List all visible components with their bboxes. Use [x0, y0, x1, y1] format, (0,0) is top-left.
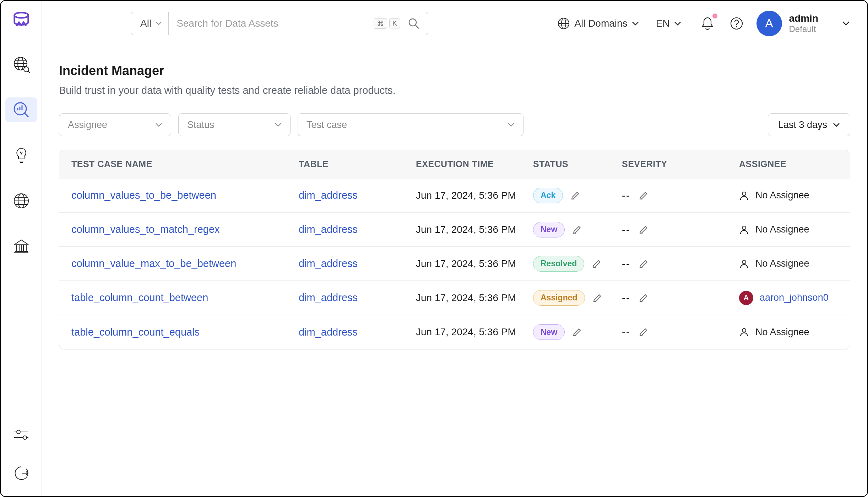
edit-severity-button[interactable] — [639, 293, 650, 303]
edit-status-button[interactable] — [573, 224, 583, 235]
nav-domains[interactable] — [5, 188, 37, 213]
filter-status[interactable]: Status — [178, 113, 291, 136]
top-header: All ⌘ K All Domains — [42, 1, 867, 46]
col-header-table: TABLE — [299, 159, 416, 169]
time-range-picker[interactable]: Last 3 days — [768, 113, 850, 136]
svg-point-3 — [24, 67, 29, 72]
nav-logout[interactable] — [5, 464, 37, 482]
svg-point-0 — [14, 12, 28, 18]
nav-governance[interactable] — [5, 234, 37, 259]
assignee-avatar: A — [739, 291, 753, 305]
svg-point-7 — [17, 430, 20, 434]
testcase-link[interactable]: column_values_to_match_regex — [71, 224, 220, 235]
edit-severity-button[interactable] — [639, 190, 650, 201]
edit-status-button[interactable] — [571, 190, 581, 201]
no-assignee-label: No Assignee — [755, 224, 809, 235]
magnifier-chart-icon — [13, 101, 30, 118]
globe-search-icon — [13, 56, 30, 73]
table-row: column_values_to_match_regexdim_addressJ… — [59, 213, 850, 247]
no-assignee-label: No Assignee — [755, 258, 809, 269]
col-header-name: TEST CASE NAME — [71, 159, 299, 169]
chevron-down-icon — [674, 21, 681, 26]
search-button[interactable] — [405, 17, 422, 30]
edit-severity-button[interactable] — [639, 327, 650, 337]
chevron-down-icon — [508, 122, 515, 127]
testcase-link[interactable]: column_values_to_be_between — [71, 189, 216, 201]
exec-time: Jun 17, 2024, 5:36 PM — [416, 258, 516, 269]
page-body: Incident Manager Build trust in your dat… — [42, 46, 867, 367]
search-input[interactable] — [169, 18, 374, 29]
pencil-icon — [593, 293, 603, 303]
help-button[interactable] — [727, 14, 746, 33]
chevron-down-icon — [275, 122, 282, 127]
nav-incident-manager[interactable] — [5, 97, 37, 122]
table-link[interactable]: dim_address — [299, 189, 358, 201]
search-scope-select[interactable]: All — [131, 12, 169, 35]
pencil-icon — [592, 258, 602, 268]
edit-severity-button[interactable] — [639, 258, 650, 269]
testcase-link[interactable]: table_column_count_equals — [71, 326, 200, 338]
svg-point-15 — [742, 226, 746, 230]
language-picker[interactable]: EN — [656, 18, 681, 29]
svg-point-17 — [742, 328, 746, 332]
search-scope-label: All — [140, 18, 151, 29]
testcase-link[interactable]: column_value_max_to_be_between — [71, 258, 236, 269]
chevron-down-icon — [632, 21, 639, 26]
edit-status-button[interactable] — [592, 258, 603, 269]
table-link[interactable]: dim_address — [299, 326, 358, 338]
user-initial: A — [765, 16, 773, 30]
table-link[interactable]: dim_address — [299, 224, 358, 235]
nav-settings[interactable] — [5, 426, 37, 444]
table-link[interactable]: dim_address — [299, 258, 358, 269]
person-icon — [739, 259, 749, 269]
severity-value: -- — [622, 292, 630, 304]
assignee-link[interactable]: aaron_johnson0 — [760, 292, 829, 303]
domain-picker[interactable]: All Domains — [557, 17, 639, 30]
no-assignee-label: No Assignee — [755, 327, 809, 338]
table-header: TEST CASE NAME TABLE EXECUTION TIME STAT… — [59, 150, 850, 178]
status-badge[interactable]: Resolved — [533, 256, 584, 272]
svg-point-14 — [742, 192, 746, 196]
person-icon — [739, 327, 749, 337]
chevron-down-icon — [842, 21, 850, 26]
svg-point-8 — [23, 436, 27, 439]
table-row: column_value_max_to_be_betweendim_addres… — [59, 247, 850, 281]
kbd-cmd: ⌘ — [374, 18, 387, 29]
globe-icon — [557, 17, 570, 30]
edit-severity-button[interactable] — [639, 224, 650, 235]
severity-value: -- — [622, 326, 630, 338]
global-search: All ⌘ K — [131, 12, 428, 35]
testcase-link[interactable]: table_column_count_between — [71, 292, 208, 303]
nav-insights[interactable] — [5, 143, 37, 168]
user-menu[interactable]: A admin Default — [756, 11, 850, 36]
user-text: admin Default — [789, 13, 818, 34]
main-area: All ⌘ K All Domains — [42, 1, 867, 496]
pencil-icon — [573, 327, 582, 337]
page-subtitle: Build trust in your data with quality te… — [59, 85, 850, 96]
nav-explore[interactable] — [5, 52, 37, 77]
col-header-exec: EXECUTION TIME — [416, 159, 533, 169]
table-link[interactable]: dim_address — [299, 292, 358, 303]
app-logo[interactable] — [11, 11, 31, 31]
notifications-button[interactable] — [698, 14, 717, 33]
status-badge[interactable]: New — [533, 222, 565, 237]
severity-value: -- — [622, 258, 630, 270]
status-badge[interactable]: New — [533, 324, 565, 340]
filter-testcase[interactable]: Test case — [298, 113, 523, 136]
kbd-k: K — [389, 18, 400, 28]
edit-status-button[interactable] — [573, 327, 583, 337]
status-badge[interactable]: Assigned — [533, 290, 585, 306]
filter-assignee[interactable]: Assignee — [59, 113, 171, 136]
pencil-icon — [639, 190, 649, 200]
bell-icon — [701, 16, 714, 31]
status-badge[interactable]: Ack — [533, 188, 563, 203]
user-team: Default — [789, 24, 818, 34]
col-header-status: STATUS — [533, 159, 622, 169]
chevron-down-icon — [156, 21, 162, 26]
filter-assignee-label: Assignee — [68, 119, 107, 130]
chevron-down-icon — [833, 122, 840, 127]
exec-time: Jun 17, 2024, 5:36 PM — [416, 292, 516, 303]
language-label: EN — [656, 18, 670, 29]
svg-point-9 — [409, 19, 416, 26]
edit-status-button[interactable] — [593, 293, 603, 303]
